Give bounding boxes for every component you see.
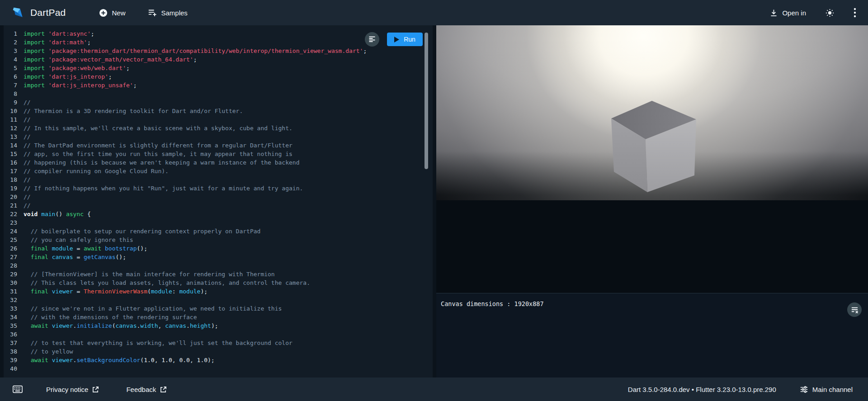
line-number: 29	[4, 270, 24, 278]
channel-label: Main channel	[812, 386, 853, 393]
code-line: 6import 'dart:js_interop';	[4, 72, 433, 81]
line-number: 39	[4, 356, 24, 364]
line-number: 10	[4, 107, 24, 115]
theme-toggle-button[interactable]	[823, 6, 836, 19]
code-line: 17// compiler running on Google Cloud Ru…	[4, 167, 433, 175]
new-button-label: New	[112, 9, 125, 17]
play-icon	[394, 37, 399, 42]
samples-button[interactable]: Samples	[147, 5, 188, 20]
line-number: 38	[4, 347, 24, 356]
channel-selector[interactable]: Main channel	[797, 385, 855, 394]
render-canvas[interactable]	[436, 25, 868, 200]
line-number: 25	[4, 236, 24, 244]
clear-console-icon	[851, 306, 859, 314]
line-number: 1	[4, 29, 24, 38]
format-align-icon	[368, 36, 376, 43]
render-empty-area	[436, 200, 868, 293]
plus-circle-icon	[99, 9, 108, 17]
code-line: 25 // you can safely ignore this	[4, 236, 433, 244]
line-number: 32	[4, 296, 24, 304]
code-line: 9//	[4, 98, 433, 107]
code-line: 26 final module = await bootstrap();	[4, 244, 433, 253]
line-number: 28	[4, 261, 24, 270]
code-line: 20//	[4, 193, 433, 201]
code-line: 34 // with the dimensions of the renderi…	[4, 313, 433, 321]
code-line: 15// app, so the first time you run this…	[4, 150, 433, 158]
code-line: 39 await viewer.setBackgroundColor(1.0, …	[4, 356, 433, 364]
editor-panel: 1import 'dart:async';2import 'dart:math'…	[4, 25, 433, 377]
clear-console-button[interactable]	[847, 302, 862, 317]
code-editor[interactable]: 1import 'dart:async';2import 'dart:math'…	[4, 25, 433, 377]
console-output: Canvas dimensions : 868x401	[441, 300, 861, 307]
line-number: 12	[4, 124, 24, 132]
code-line: 24 // boilerplate to setup our rendering…	[4, 227, 433, 236]
line-number: 21	[4, 201, 24, 210]
output-panel: Canvas dimensions : 868x401	[436, 25, 868, 377]
line-number: 37	[4, 339, 24, 347]
tune-icon	[800, 385, 808, 394]
line-number: 17	[4, 167, 24, 175]
line-number: 33	[4, 304, 24, 313]
line-number: 34	[4, 313, 24, 321]
code-line: 22void main() async {	[4, 210, 433, 218]
status-bar: Privacy notice Feedback Dart 3.5.0-284.0…	[0, 377, 868, 401]
line-number: 23	[4, 218, 24, 227]
code-line: 29 // [ThermionViewer] is the main inter…	[4, 270, 433, 278]
format-button[interactable]	[365, 32, 379, 47]
app-title: DartPad	[30, 7, 66, 18]
code-line: 4import 'package:vector_math/vector_math…	[4, 55, 433, 64]
line-number: 40	[4, 364, 24, 373]
open-in-button[interactable]: Open in	[768, 7, 808, 19]
line-number: 16	[4, 158, 24, 167]
keyboard-shortcuts-button[interactable]	[12, 384, 24, 394]
code-line: 36	[4, 330, 433, 339]
open-in-label: Open in	[782, 9, 806, 17]
sdk-version-text: Dart 3.5.0-284.0.dev • Flutter 3.23.0-13…	[628, 386, 776, 393]
rendered-cube	[606, 95, 705, 198]
line-number: 3	[4, 47, 24, 55]
run-button[interactable]: Run	[387, 33, 423, 46]
editor-scrollbar[interactable]	[425, 33, 428, 169]
code-line: 27 final canvas = getCanvas();	[4, 253, 433, 261]
code-line: 3import 'package:thermion_dart/thermion_…	[4, 47, 433, 55]
code-line: 5import 'package:web/web.dart';	[4, 64, 433, 72]
code-line: 18//	[4, 175, 433, 184]
line-number: 20	[4, 193, 24, 201]
console-panel: Canvas dimensions : 868x401	[436, 293, 868, 377]
code-line: 12// In this sample, we'll create a basi…	[4, 124, 433, 132]
line-number: 35	[4, 321, 24, 330]
line-number: 22	[4, 210, 24, 218]
code-line: 35 await viewer.initialize(canvas.width,…	[4, 321, 433, 330]
top-nav: New Samples	[98, 5, 188, 20]
playlist-add-icon	[148, 8, 157, 17]
line-number: 9	[4, 98, 24, 107]
code-line: 7import 'dart:js_interop_unsafe';	[4, 81, 433, 90]
line-number: 15	[4, 150, 24, 158]
code-line: 38 // to yellow	[4, 347, 433, 356]
line-number: 18	[4, 175, 24, 184]
status-bar-right: Dart 3.5.0-284.0.dev • Flutter 3.23.0-13…	[628, 385, 855, 394]
feedback-label: Feedback	[126, 386, 156, 393]
feedback-link[interactable]: Feedback	[123, 385, 170, 394]
line-number: 5	[4, 64, 24, 72]
code-line: 10// Thermion is a 3D rendering toolkit …	[4, 107, 433, 115]
main-split: 1import 'dart:async';2import 'dart:math'…	[0, 25, 868, 377]
dartpad-logo-icon	[12, 6, 24, 19]
line-number: 8	[4, 90, 24, 98]
line-number: 11	[4, 115, 24, 124]
code-line: 13//	[4, 132, 433, 141]
line-number: 31	[4, 287, 24, 296]
line-number: 27	[4, 253, 24, 261]
code-line: 33 // since we're not in a Flutter appli…	[4, 304, 433, 313]
open-in-new-icon	[92, 386, 99, 393]
privacy-notice-link[interactable]: Privacy notice	[43, 385, 102, 394]
code-line: 31 final viewer = ThermionViewerWasm(mod…	[4, 287, 433, 296]
code-line: 40	[4, 364, 433, 373]
line-number: 24	[4, 227, 24, 236]
overflow-menu-button[interactable]	[852, 6, 858, 19]
keyboard-icon	[13, 385, 23, 393]
dartpad-app: DartPad New Samples	[0, 0, 868, 401]
line-number: 4	[4, 55, 24, 64]
new-button[interactable]: New	[98, 6, 126, 20]
samples-button-label: Samples	[161, 9, 187, 17]
